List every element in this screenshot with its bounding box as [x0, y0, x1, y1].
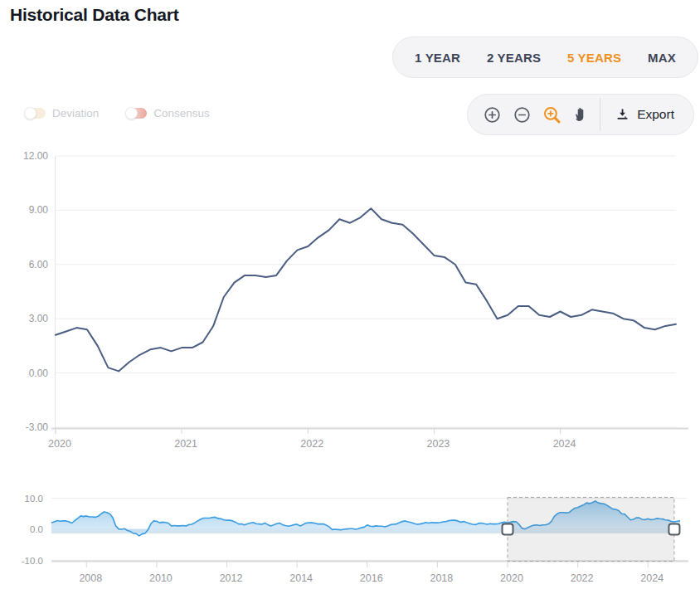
nav-x-tick-label: 2020: [500, 572, 523, 584]
nav-x-tick-label: 2024: [640, 572, 664, 584]
main-y-tick-label: 0.00: [29, 368, 49, 379]
nav-x-tick-label: 2012: [220, 572, 243, 584]
brush-selected-region[interactable]: [508, 498, 674, 562]
nav-y-tick-label: 0.0: [30, 524, 43, 534]
main-x-tick-label: 2022: [300, 438, 323, 450]
main-y-tick-label: 9.00: [29, 204, 49, 216]
nav-x-tick-label: 2022: [571, 572, 594, 584]
main-x-tick-label: 2021: [174, 438, 197, 450]
historical-data-chart-widget: Historical Data Chart 1 YEAR 2 YEARS 5 Y…: [0, 0, 700, 594]
nav-x-tick-label: 2016: [360, 572, 383, 584]
nav-x-tick-label: 2018: [430, 572, 453, 584]
main-series-line: [56, 208, 676, 371]
charts-canvas[interactable]: 12.009.006.003.000.00-3.0020202021202220…: [0, 0, 700, 594]
main-y-tick-label: -3.00: [26, 421, 49, 433]
nav-x-tick-label: 2014: [289, 572, 313, 584]
brush-right-handle[interactable]: [668, 524, 679, 535]
nav-y-tick-label: 10.0: [25, 494, 43, 504]
nav-x-tick-label: 2008: [79, 572, 102, 584]
main-y-tick-label: 12.00: [23, 150, 48, 162]
main-y-tick-label: 6.00: [29, 259, 49, 270]
main-y-tick-label: 3.00: [29, 313, 49, 324]
nav-y-tick-label: -10.0: [22, 556, 43, 566]
nav-x-tick-label: 2010: [149, 572, 173, 584]
brush-left-handle[interactable]: [502, 524, 513, 535]
main-chart[interactable]: 12.009.006.003.000.00-3.0020202021202220…: [23, 150, 688, 450]
main-x-tick-label: 2024: [553, 438, 576, 450]
navigator-chart[interactable]: 10.00.0-10.02008201020122014201620182020…: [22, 494, 688, 585]
main-x-tick-label: 2020: [48, 438, 71, 450]
main-x-tick-label: 2023: [427, 438, 450, 450]
